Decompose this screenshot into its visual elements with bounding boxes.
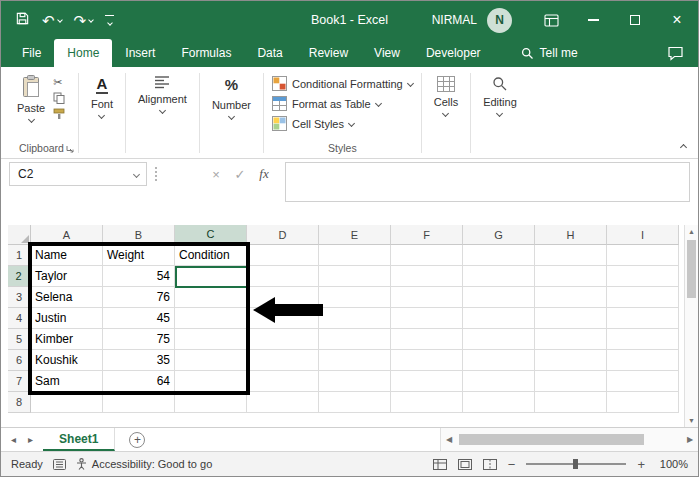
undo-button[interactable]: ↶: [42, 13, 62, 28]
row-header-6[interactable]: 6: [8, 350, 31, 371]
cell-E8[interactable]: [319, 392, 391, 413]
cell-B4[interactable]: 45: [103, 308, 175, 329]
cell-I6[interactable]: [607, 350, 679, 371]
cell-G1[interactable]: [463, 245, 535, 266]
cell-H5[interactable]: [535, 329, 607, 350]
macro-record-button[interactable]: [53, 459, 66, 470]
column-header-D[interactable]: D: [247, 225, 319, 245]
tab-tell-me[interactable]: Tell me: [508, 39, 591, 67]
cell-A4[interactable]: Justin: [31, 308, 103, 329]
column-header-H[interactable]: H: [535, 225, 607, 245]
cell-A7[interactable]: Sam: [31, 371, 103, 392]
cell-H3[interactable]: [535, 287, 607, 308]
alignment-button[interactable]: Alignment: [132, 70, 193, 113]
column-header-B[interactable]: B: [103, 225, 175, 245]
cell-H2[interactable]: [535, 266, 607, 287]
tab-review[interactable]: Review: [296, 39, 361, 67]
cell-B1[interactable]: Weight: [103, 245, 175, 266]
cell-D2[interactable]: [247, 266, 319, 287]
cut-button[interactable]: ✂: [53, 76, 65, 88]
cell-E2[interactable]: [319, 266, 391, 287]
cell-D6[interactable]: [247, 350, 319, 371]
cell-I4[interactable]: [607, 308, 679, 329]
cell-G8[interactable]: [463, 392, 535, 413]
cell-C6[interactable]: [175, 350, 247, 371]
cell-I8[interactable]: [607, 392, 679, 413]
cell-B5[interactable]: 75: [103, 329, 175, 350]
cell-styles-button[interactable]: Cell Styles: [270, 115, 415, 132]
cell-E1[interactable]: [319, 245, 391, 266]
cell-I2[interactable]: [607, 266, 679, 287]
cell-D8[interactable]: [247, 392, 319, 413]
normal-view-button[interactable]: [433, 459, 447, 470]
column-header-C[interactable]: C: [175, 225, 247, 245]
cell-I1[interactable]: [607, 245, 679, 266]
scroll-left-icon[interactable]: ◀: [441, 428, 457, 451]
clipboard-dialog-launcher[interactable]: [66, 143, 74, 155]
paste-button[interactable]: Paste: [11, 70, 51, 122]
cancel-entry-button[interactable]: ×: [205, 164, 227, 184]
cell-G2[interactable]: [463, 266, 535, 287]
row-header-2[interactable]: 2: [8, 266, 31, 287]
cells-button[interactable]: Cells: [428, 70, 464, 116]
collapse-ribbon-button[interactable]: [680, 144, 687, 151]
scroll-right-icon[interactable]: ▶: [682, 428, 698, 451]
column-header-I[interactable]: I: [607, 225, 679, 245]
formula-input[interactable]: [285, 162, 690, 202]
accessibility-status[interactable]: Accessibility: Good to go: [76, 458, 212, 470]
cell-H7[interactable]: [535, 371, 607, 392]
column-header-A[interactable]: A: [31, 225, 103, 245]
previous-sheet-button[interactable]: ◂: [11, 434, 16, 445]
tab-view[interactable]: View: [361, 39, 413, 67]
cell-A6[interactable]: Koushik: [31, 350, 103, 371]
select-all-corner[interactable]: [8, 225, 31, 245]
cell-F8[interactable]: [391, 392, 463, 413]
cell-D1[interactable]: [247, 245, 319, 266]
maximize-button[interactable]: [614, 1, 656, 39]
column-header-G[interactable]: G: [463, 225, 535, 245]
row-header-3[interactable]: 3: [8, 287, 31, 308]
cell-G4[interactable]: [463, 308, 535, 329]
horizontal-scrollbar[interactable]: ◀ ▶: [440, 428, 698, 451]
tab-insert[interactable]: Insert: [112, 39, 168, 67]
cell-F1[interactable]: [391, 245, 463, 266]
cell-F3[interactable]: [391, 287, 463, 308]
tab-data[interactable]: Data: [244, 39, 295, 67]
cell-G5[interactable]: [463, 329, 535, 350]
page-break-view-button[interactable]: [483, 459, 497, 470]
zoom-in-button[interactable]: +: [637, 458, 645, 471]
cell-C8[interactable]: [175, 392, 247, 413]
cell-E5[interactable]: [319, 329, 391, 350]
column-header-F[interactable]: F: [391, 225, 463, 245]
tab-developer[interactable]: Developer: [413, 39, 494, 67]
row-header-4[interactable]: 4: [8, 308, 31, 329]
editing-button[interactable]: Editing: [477, 70, 523, 116]
chevron-down-icon[interactable]: [88, 17, 94, 23]
tab-file[interactable]: File: [9, 39, 54, 67]
cell-H4[interactable]: [535, 308, 607, 329]
page-layout-view-button[interactable]: [458, 459, 472, 470]
cell-B8[interactable]: [103, 392, 175, 413]
cell-G6[interactable]: [463, 350, 535, 371]
cell-C3[interactable]: [175, 287, 247, 308]
row-header-8[interactable]: 8: [8, 392, 31, 413]
next-sheet-button[interactable]: ▸: [28, 434, 33, 445]
cell-D7[interactable]: [247, 371, 319, 392]
vertical-scrollbar[interactable]: ▲ ▼: [684, 225, 698, 427]
close-button[interactable]: ×: [656, 1, 698, 39]
cell-F5[interactable]: [391, 329, 463, 350]
format-as-table-button[interactable]: Format as Table: [270, 95, 415, 112]
vertical-scroll-thumb[interactable]: [687, 240, 696, 298]
save-button[interactable]: [15, 11, 30, 30]
row-header-7[interactable]: 7: [8, 371, 31, 392]
cell-G3[interactable]: [463, 287, 535, 308]
number-button[interactable]: % Number: [206, 70, 257, 119]
minimize-button[interactable]: [572, 1, 614, 39]
cell-H1[interactable]: [535, 245, 607, 266]
cell-C7[interactable]: [175, 371, 247, 392]
sheet-tab-sheet1[interactable]: Sheet1: [43, 428, 115, 451]
cell-A3[interactable]: Selena: [31, 287, 103, 308]
cell-B3[interactable]: 76: [103, 287, 175, 308]
scroll-down-icon[interactable]: ▼: [685, 414, 698, 427]
copy-button[interactable]: [53, 92, 65, 104]
